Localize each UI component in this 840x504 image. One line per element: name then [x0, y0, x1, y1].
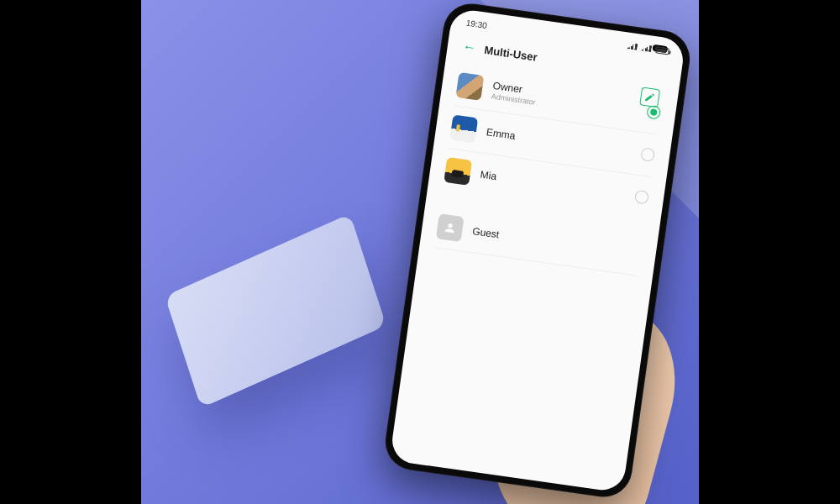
battery-icon: [655, 46, 669, 55]
avatar: [444, 157, 472, 186]
guest-avatar-icon: [436, 213, 465, 242]
radio-unselected[interactable]: [634, 190, 649, 205]
signal-icon: [627, 42, 638, 50]
radio-selected[interactable]: [646, 105, 661, 120]
radio-unselected[interactable]: [640, 147, 655, 162]
phone-mock: 19:30 ← Multi-User: [381, 0, 693, 501]
guest-name: Guest: [471, 225, 641, 260]
status-time: 19:30: [465, 18, 487, 30]
user-name: Mia: [480, 169, 636, 202]
promo-scene: 19:30 ← Multi-User: [141, 0, 699, 504]
phone-screen: 19:30 ← Multi-User: [390, 8, 686, 493]
product-box: [165, 213, 386, 407]
page-title: Multi-User: [484, 43, 538, 63]
user-name: Emma: [486, 126, 642, 160]
wifi-signal-icon: [641, 44, 652, 52]
user-list: Owner Administrator Emma: [419, 57, 679, 279]
back-icon[interactable]: ←: [462, 39, 477, 55]
avatar: [449, 114, 478, 143]
avatar: [455, 72, 484, 101]
